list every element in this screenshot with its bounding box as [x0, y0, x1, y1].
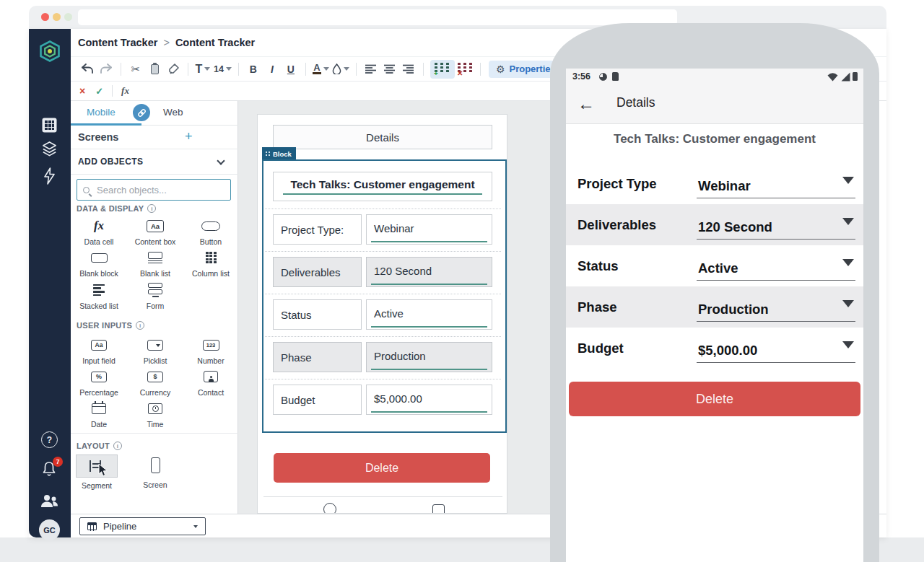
picklist-field[interactable]: $5,000.00 — [697, 333, 855, 363]
blank-list-icon — [148, 252, 162, 263]
object-search[interactable] — [77, 179, 231, 201]
object-content-box[interactable]: Aa Content box — [131, 216, 180, 246]
align-right-icon[interactable] — [401, 60, 417, 79]
format-painter-icon[interactable] — [165, 60, 181, 79]
notifications-icon[interactable]: 7 — [40, 460, 58, 478]
device-tabs: Mobile Web — [71, 101, 238, 126]
add-row-icon[interactable]: + — [430, 60, 455, 79]
object-form[interactable]: Form — [131, 281, 180, 310]
url-input[interactable] — [78, 9, 677, 25]
field-label-cell[interactable]: Status — [273, 299, 362, 330]
help-glyph: ? — [47, 435, 52, 445]
avatar[interactable]: GC — [39, 519, 60, 540]
delete-button[interactable]: Delete — [569, 382, 860, 416]
picklist-field[interactable]: Active — [697, 250, 855, 281]
object-date[interactable]: Date — [74, 399, 123, 429]
formula-cancel-icon[interactable]: × — [79, 85, 85, 97]
help-icon[interactable]: ? — [41, 431, 58, 448]
tab-mobile[interactable]: Mobile — [87, 107, 116, 118]
object-picklist[interactable]: Picklist — [131, 335, 180, 365]
object-button[interactable]: Button — [186, 216, 235, 246]
back-arrow-icon[interactable]: ← — [578, 92, 595, 116]
dropdown-caret-icon — [842, 177, 854, 184]
redo-icon[interactable] — [98, 60, 114, 79]
align-left-icon[interactable] — [363, 60, 379, 79]
screen-icon — [151, 457, 160, 473]
object-blank-list[interactable]: Blank list — [131, 248, 180, 278]
object-time[interactable]: Time — [131, 399, 180, 429]
breadcrumb-app[interactable]: Content Tracker — [78, 37, 157, 48]
automation-icon[interactable] — [43, 167, 56, 185]
tab-web[interactable]: Web — [163, 107, 183, 118]
undo-icon[interactable] — [79, 60, 95, 79]
object-stacked-list[interactable]: Stacked list — [74, 281, 123, 310]
canvas-row-budget[interactable]: Budget $5,000.00 — [258, 385, 507, 415]
input-field-icon: Aa — [91, 340, 107, 351]
field-value-cell[interactable]: Webinar — [366, 214, 492, 245]
field-label-cell[interactable]: Phase — [273, 342, 362, 372]
delete-row-icon[interactable]: ✕ — [458, 60, 474, 79]
object-blank-block[interactable]: Blank block — [74, 248, 123, 278]
font-button[interactable]: T — [195, 60, 211, 79]
canvas-row-phase[interactable]: Phase Production — [258, 342, 507, 372]
object-column-list[interactable]: Column list — [186, 248, 235, 278]
object-data-cell[interactable]: fx Data cell — [74, 216, 123, 246]
search-icon — [83, 187, 90, 193]
field-value-cell[interactable]: 120 Second — [366, 257, 492, 287]
underline-button[interactable]: U — [283, 60, 299, 79]
breadcrumb-workbook[interactable]: Content Tracker — [175, 37, 255, 48]
add-objects-header[interactable]: ADD OBJECTS — [71, 149, 238, 175]
block-selection-tag[interactable]: Block — [262, 147, 296, 160]
bold-button[interactable]: B — [245, 60, 261, 79]
paste-icon[interactable] — [147, 60, 162, 79]
screen-title-object[interactable]: Details — [273, 125, 492, 149]
window-minimize-icon[interactable] — [53, 13, 61, 21]
window-zoom-icon[interactable] — [64, 13, 72, 21]
object-number[interactable]: 123 Number — [186, 335, 235, 365]
object-currency[interactable]: $ Currency — [131, 367, 180, 397]
object-input-field[interactable]: Aa Input field — [74, 335, 123, 365]
cut-icon[interactable]: ✂ — [128, 60, 144, 79]
field-label-cell[interactable]: Deliverables — [273, 257, 362, 287]
font-size-button[interactable]: 14 — [214, 60, 232, 79]
object-segment[interactable] — [76, 455, 118, 478]
delete-button[interactable]: Delete — [274, 453, 490, 483]
align-center-icon[interactable] — [382, 60, 398, 79]
canvas-row-deliverables[interactable]: Deliverables 120 Second — [258, 257, 507, 287]
picklist-field[interactable]: Production — [697, 291, 855, 322]
toolbar-divider — [423, 63, 424, 76]
object-percentage[interactable]: % Percentage — [74, 367, 123, 397]
object-contact[interactable]: Contact — [186, 367, 235, 397]
page: ? 7 GC — [0, 0, 924, 562]
picklist-icon — [147, 340, 163, 351]
search-input[interactable] — [95, 184, 218, 196]
field-value-cell[interactable]: Active — [366, 299, 492, 330]
italic-button[interactable]: I — [264, 60, 280, 79]
field-value-cell[interactable]: Production — [366, 342, 492, 372]
screens-title[interactable]: Screens — [78, 131, 118, 143]
formula-accept-icon[interactable]: ✓ — [95, 86, 103, 97]
canvas-row-project-type[interactable]: Project Type: Webinar — [258, 214, 507, 245]
sd-card-icon — [612, 72, 619, 81]
object-screen[interactable]: Screen — [131, 455, 180, 489]
record-title-cell[interactable]: Tech Talks: Customer engagement — [273, 172, 492, 201]
phone-screen: 3:56 ← Details Tech Talks: Customer enga… — [566, 69, 863, 562]
tables-icon[interactable] — [41, 117, 58, 133]
team-icon[interactable] — [40, 492, 59, 509]
window-close-icon[interactable] — [41, 13, 49, 21]
picklist-field[interactable]: 120 Second — [697, 209, 855, 240]
text-color-button[interactable]: A — [313, 60, 329, 79]
canvas-row-status[interactable]: Status Active — [258, 299, 507, 330]
picklist-field[interactable]: Webinar — [697, 168, 855, 198]
table-picker-dropdown[interactable]: Pipeline — [79, 517, 206, 535]
toolbar-divider — [238, 63, 239, 76]
link-icon[interactable] — [133, 104, 150, 121]
fill-color-button[interactable] — [332, 60, 349, 79]
field-label-cell[interactable]: Project Type: — [273, 214, 362, 245]
app-logo-icon[interactable] — [38, 40, 61, 62]
field-value-cell[interactable]: $5,000.00 — [366, 385, 492, 415]
drag-handle-icon[interactable] — [265, 151, 270, 157]
layers-icon[interactable] — [41, 141, 58, 157]
field-label-cell[interactable]: Budget — [273, 385, 362, 415]
add-screen-button[interactable]: + — [185, 129, 193, 144]
